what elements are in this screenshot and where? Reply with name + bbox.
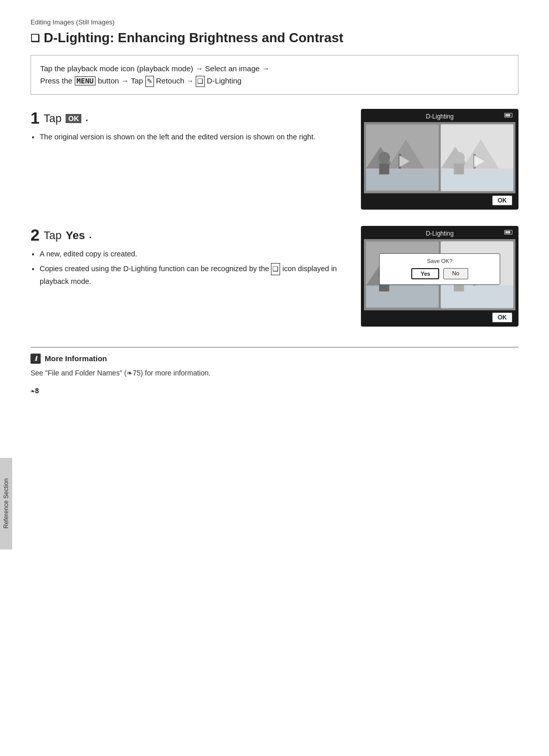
screen1-right-panel: [441, 124, 513, 191]
screen1-left-panel: [366, 124, 439, 191]
screen2-ok-button[interactable]: OK: [492, 312, 512, 323]
svg-rect-3: [366, 169, 439, 191]
screen1-footer[interactable]: OK: [364, 193, 515, 207]
step1-number: 1 Tap OK .: [30, 109, 346, 128]
step2-bullet2-start: Copies created using the D-Lighting func…: [40, 265, 269, 273]
arrow1: →: [187, 77, 196, 85]
note-icon: ℹ: [30, 354, 41, 364]
screen1-title: D-Lighting: [426, 113, 454, 120]
more-info-text: See "File and Folder Names" (❧75) for mo…: [30, 368, 518, 379]
svg-rect-15: [454, 164, 464, 175]
step2-bullets: A new, edited copy is created. Copies cr…: [40, 248, 346, 288]
screen1-content: [364, 122, 515, 193]
instruction-line2-prefix: Press the: [40, 76, 72, 85]
instruction-line1: Tap the playback mode icon (playback mod…: [40, 63, 509, 75]
breadcrumb: Editing Images (Still Images): [30, 18, 518, 26]
svg-rect-11: [441, 169, 513, 191]
retouch-icon: ✎: [145, 76, 154, 88]
camera-screen-1: D-Lighting: [361, 109, 518, 210]
instruction-line2-middle: button → Tap: [98, 76, 143, 85]
step2-yes-text: Yes: [66, 229, 85, 242]
svg-rect-7: [379, 164, 389, 175]
page-number: ❧8: [30, 387, 518, 395]
svg-rect-19: [366, 285, 439, 307]
more-info-header: ℹ More Information: [30, 354, 518, 364]
dlighting-icon-bullet: ❑: [271, 263, 280, 275]
step2-num: 2: [30, 226, 40, 245]
battery-icon-2: [504, 230, 512, 235]
step1-tap: Tap: [44, 112, 62, 125]
step2-tap: Tap: [44, 229, 62, 242]
save-dialog: Save OK? Yes No: [379, 253, 500, 285]
menu-label: MENU: [75, 76, 96, 85]
screen1-right-svg: [441, 124, 513, 191]
svg-point-6: [378, 152, 390, 164]
screen1-ok-button[interactable]: OK: [492, 195, 512, 206]
step2-number: 2 Tap Yes .: [30, 226, 346, 245]
step2-bullet1: A new, edited copy is created.: [40, 248, 346, 260]
step2-left: 2 Tap Yes . A new, edited copy is create…: [30, 226, 346, 290]
dialog-yes-button[interactable]: Yes: [411, 268, 439, 279]
svg-point-14: [453, 152, 465, 164]
screen2-header: D-Lighting: [364, 229, 515, 239]
dialog-buttons[interactable]: Yes No: [385, 268, 495, 279]
page-title-text: D-Lighting: Enhancing Brightness and Con…: [44, 30, 343, 46]
screen1-left-svg: [366, 124, 439, 191]
dialog-title: Save OK?: [385, 258, 495, 264]
page-title: ❑⁠ D-Lighting: Enhancing Brightness and …: [30, 30, 518, 46]
step1-screen: D-Lighting: [361, 109, 518, 210]
more-info-title: More Information: [45, 354, 107, 363]
screen2-content: Save OK? Yes No: [364, 239, 515, 310]
bottom-section: ℹ More Information See "File and Folder …: [30, 347, 518, 379]
battery-icon-1: [504, 113, 512, 118]
svg-rect-24: [441, 285, 513, 307]
screen1-header: D-Lighting: [364, 112, 515, 122]
screen2-title: D-Lighting: [426, 230, 454, 237]
instruction-line2: Press the MENU button → Tap ✎ Retouch → …: [40, 75, 509, 87]
sidebar-label: Reference Section: [0, 458, 12, 549]
dlighting-label-instr: D-Lighting: [207, 76, 241, 85]
step1-bullet1: The original version is shown on the lef…: [40, 131, 346, 143]
screen2-footer[interactable]: OK: [364, 310, 515, 324]
step2-bullet2: Copies created using the D-Lighting func…: [40, 263, 346, 288]
step2-section: 2 Tap Yes . A new, edited copy is create…: [30, 226, 518, 327]
dlighting-title-icon: ❑⁠: [30, 32, 40, 44]
step2-screen: D-Lighting: [361, 226, 518, 327]
instruction-box: Tap the playback mode icon (playback mod…: [30, 55, 518, 95]
step1-bullets: The original version is shown on the lef…: [40, 131, 346, 143]
step1-left: 1 Tap OK . The original version is shown…: [30, 109, 346, 146]
dialog-no-button[interactable]: No: [443, 268, 468, 279]
camera-screen-2: D-Lighting: [361, 226, 518, 327]
retouch-label: Retouch: [156, 76, 185, 85]
step1-section: 1 Tap OK . The original version is shown…: [30, 109, 518, 210]
step1-ok-box: OK: [66, 114, 81, 123]
step1-num: 1: [30, 109, 40, 128]
dlighting-icon-small: ❑: [196, 76, 205, 88]
instruction-line1-text: Tap the playback mode icon (playback mod…: [40, 64, 269, 73]
